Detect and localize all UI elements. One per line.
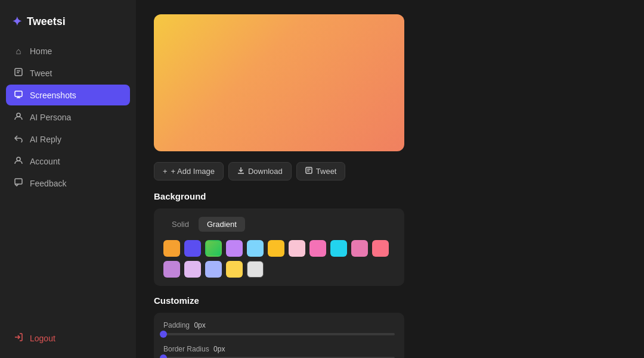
swatch-lavender[interactable] <box>184 261 201 278</box>
svg-rect-0 <box>15 69 22 76</box>
add-image-label: + Add Image <box>171 167 215 176</box>
tab-solid[interactable]: Solid <box>163 217 197 232</box>
swatch-magenta[interactable] <box>351 240 368 257</box>
tweet-button[interactable]: Tweet <box>296 162 346 180</box>
logout-icon <box>13 333 24 343</box>
action-buttons: + + Add Image Download Tweet <box>154 162 626 180</box>
sidebar-item-label-home: Home <box>30 46 52 56</box>
sidebar-item-label-tweet: Tweet <box>30 69 52 78</box>
border-radius-slider-row: Border Radius 0px <box>163 345 395 358</box>
svg-rect-12 <box>306 167 312 173</box>
sidebar-item-label-ai-reply: AI Reply <box>30 135 61 144</box>
customize-section: Padding 0px Border Radius 0px Shadow Siz… <box>154 313 404 358</box>
padding-value: 0px <box>194 321 205 329</box>
swatch-cyan[interactable] <box>330 240 347 257</box>
swatch-amber[interactable] <box>226 261 243 278</box>
sidebar-item-label-screenshots: Screenshots <box>30 91 76 100</box>
swatch-white[interactable] <box>247 261 264 278</box>
main-content: + + Add Image Download Tweet Background … <box>136 0 644 358</box>
swatch-indigo[interactable] <box>184 240 201 257</box>
sidebar-item-label-logout: Logout <box>30 334 55 343</box>
sidebar-nav: ⌂ Home Tweet Screenshots AI Persona AI <box>0 41 136 348</box>
color-swatches <box>163 240 395 278</box>
add-image-button[interactable]: + + Add Image <box>154 162 224 180</box>
download-label: Download <box>248 167 283 176</box>
ai-reply-icon <box>13 134 24 144</box>
tweet-icon <box>13 68 24 78</box>
ai-persona-icon <box>13 112 24 122</box>
swatch-sky[interactable] <box>247 240 264 257</box>
swatch-violet[interactable] <box>163 261 180 278</box>
sidebar-item-ai-persona[interactable]: AI Persona <box>6 107 130 127</box>
swatch-pink[interactable] <box>309 240 326 257</box>
tweet-btn-icon <box>305 167 312 176</box>
background-tabs: Solid Gradient <box>163 217 395 232</box>
sidebar-item-home[interactable]: ⌂ Home <box>6 41 130 61</box>
padding-slider-row: Padding 0px <box>163 321 395 335</box>
feedback-icon <box>13 178 24 188</box>
app-logo: ✦ Tweetsi <box>0 10 136 41</box>
add-image-icon: + <box>163 167 168 176</box>
svg-point-6 <box>17 113 20 117</box>
svg-point-7 <box>17 157 20 161</box>
padding-track[interactable] <box>163 333 395 335</box>
swatch-yellow[interactable] <box>268 240 284 257</box>
sidebar-item-label-account: Account <box>30 157 60 166</box>
download-button[interactable]: Download <box>228 162 292 180</box>
logo-icon: ✦ <box>12 14 22 29</box>
account-icon <box>13 156 24 166</box>
sidebar-item-screenshots[interactable]: Screenshots <box>6 85 130 105</box>
background-section-title: Background <box>154 191 626 201</box>
customize-section-title: Customize <box>154 295 626 306</box>
tweet-btn-label: Tweet <box>316 167 337 176</box>
screenshot-preview <box>154 14 404 151</box>
svg-rect-3 <box>15 91 22 96</box>
sidebar-item-ai-reply[interactable]: AI Reply <box>6 129 130 150</box>
sidebar-item-feedback[interactable]: Feedback <box>6 173 130 194</box>
swatch-green[interactable] <box>205 240 222 257</box>
swatch-orange[interactable] <box>163 240 180 257</box>
border-radius-value: 0px <box>213 345 225 353</box>
swatch-purple[interactable] <box>226 240 243 257</box>
padding-thumb <box>160 331 167 338</box>
screenshots-icon <box>13 90 24 100</box>
swatch-pink-light[interactable] <box>289 240 305 257</box>
background-section: Solid Gradient <box>154 208 404 286</box>
sidebar-item-account[interactable]: Account <box>6 151 130 172</box>
sidebar: ✦ Tweetsi ⌂ Home Tweet Screenshots AI Pe… <box>0 0 136 358</box>
app-name: Tweetsi <box>27 15 66 28</box>
sidebar-item-logout[interactable]: Logout <box>6 328 130 348</box>
border-radius-label: Border Radius 0px <box>163 345 395 353</box>
padding-label: Padding 0px <box>163 321 395 329</box>
sidebar-item-label-ai-persona: AI Persona <box>30 113 71 122</box>
home-icon: ⌂ <box>13 46 24 56</box>
border-radius-thumb <box>160 354 167 358</box>
sidebar-item-label-feedback: Feedback <box>30 179 66 188</box>
swatch-periwinkle[interactable] <box>205 261 222 278</box>
download-icon <box>237 167 244 176</box>
swatch-rose[interactable] <box>372 240 389 257</box>
sidebar-item-tweet[interactable]: Tweet <box>6 63 130 83</box>
tab-gradient[interactable]: Gradient <box>199 217 245 232</box>
svg-rect-8 <box>15 179 22 184</box>
